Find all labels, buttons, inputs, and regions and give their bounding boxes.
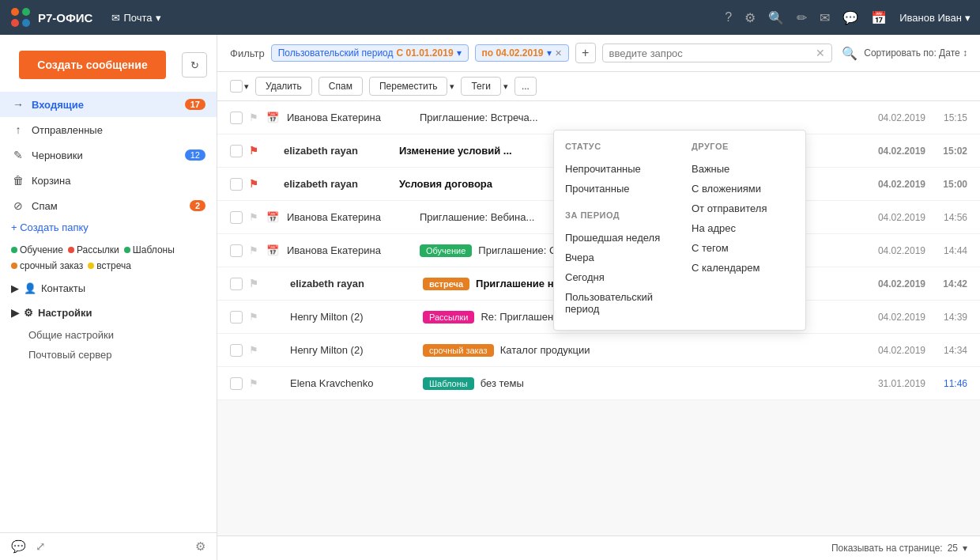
email-time: 14:34: [932, 345, 967, 356]
move-chevron-icon[interactable]: ▾: [450, 81, 454, 92]
create-folder-button[interactable]: + Создать папку: [0, 218, 217, 240]
dropdown-other-header: ДРУГОЕ: [692, 142, 794, 151]
sidebar-item-spam[interactable]: ⊘ Спам 2: [0, 193, 217, 218]
more-button[interactable]: ...: [514, 77, 537, 96]
email-checkbox[interactable]: [230, 344, 243, 357]
flag-icon[interactable]: ⚑: [249, 112, 260, 123]
tags-chevron-icon[interactable]: ▾: [503, 81, 508, 92]
check-all-chevron[interactable]: ▾: [244, 81, 249, 92]
sidebar-item-trash[interactable]: 🗑 Корзина: [0, 168, 217, 193]
create-message-button[interactable]: Создать сообщение: [19, 51, 166, 79]
email-checkbox[interactable]: [230, 211, 243, 224]
dropdown-item-yesterday[interactable]: Вчера: [565, 248, 668, 267]
sidebar-item-sent[interactable]: ↑ Отправленные: [0, 117, 217, 142]
email-date: 04.02.2019: [858, 179, 925, 190]
dropdown-item-with-tag[interactable]: С тегом: [692, 238, 794, 258]
edit-icon[interactable]: ✏: [797, 10, 807, 25]
mail-label: Почта: [123, 12, 152, 24]
calendar-icon-nav[interactable]: 📅: [871, 10, 887, 25]
spam-button[interactable]: Спам: [318, 77, 363, 96]
email-checkbox[interactable]: [230, 377, 243, 390]
tag-shablony[interactable]: Шаблоны: [124, 244, 175, 255]
email-toolbar: ▾ Удалить Спам Переместить ▾ Теги ▾ ...: [217, 72, 980, 101]
tag-badge-vstrecha: встреча: [423, 278, 469, 290]
email-checkbox[interactable]: [230, 145, 243, 157]
email-sender: Иванова Екатерина: [287, 211, 413, 223]
dropdown-item-today[interactable]: Сегодня: [565, 267, 668, 287]
filter-add-button[interactable]: +: [575, 43, 596, 63]
dropdown-item-unread[interactable]: Непрочитанные: [565, 159, 668, 179]
help-icon[interactable]: ?: [725, 10, 732, 25]
contacts-label: Контакты: [41, 282, 85, 294]
flag-icon[interactable]: ⚑: [249, 344, 260, 356]
delete-button[interactable]: Удалить: [255, 77, 312, 96]
sidebar-sub-server[interactable]: Почтовый сервер: [0, 345, 217, 365]
tag-rassylki[interactable]: Рассылки: [68, 244, 119, 255]
settings-label: Настройки: [38, 307, 92, 319]
dropdown-item-to-address[interactable]: На адрес: [692, 218, 794, 238]
filter-chip-period[interactable]: Пользовательский период С 01.01.2019 ▾: [271, 44, 469, 62]
trash-icon: 🗑: [11, 174, 25, 187]
move-button[interactable]: Переместить: [369, 77, 448, 96]
spam-icon: ⊘: [11, 199, 25, 212]
mail-nav-button[interactable]: ✉ Почта ▾: [111, 12, 160, 24]
pagination-bar: Показывать на странице: 25 ▾: [217, 535, 980, 560]
filter-search-clear[interactable]: ✕: [816, 47, 825, 59]
sidebar-item-inbox[interactable]: → Входящие 17: [0, 92, 217, 117]
email-date: 04.02.2019: [858, 146, 925, 157]
filter-search-button[interactable]: 🔍: [842, 46, 858, 61]
flag-icon[interactable]: ⚑: [249, 244, 260, 256]
email-row[interactable]: ⚑ Elena Kravchenko Шаблоны без темы 31.0…: [217, 367, 980, 400]
filter-chip-close[interactable]: ✕: [555, 48, 562, 59]
expand-sidebar-icon[interactable]: ⤢: [36, 539, 46, 554]
refresh-button[interactable]: ↻: [182, 52, 207, 78]
dropdown-item-with-calendar[interactable]: С календарем: [692, 258, 794, 278]
pagination-chevron-icon[interactable]: ▾: [963, 543, 967, 554]
filter-search-input[interactable]: [609, 47, 812, 59]
mail-icon-nav[interactable]: ✉: [820, 10, 830, 25]
spam-badge: 2: [190, 200, 205, 211]
sidebar-item-contacts[interactable]: ▶ 👤 Контакты: [0, 276, 217, 301]
flag-icon[interactable]: ⚑: [249, 145, 260, 157]
email-checkbox[interactable]: [230, 311, 243, 324]
dropdown-item-important[interactable]: Важные: [692, 159, 794, 179]
filter-dropdown-overlay: СТАТУС Непрочитанные Прочитанные ЗА ПЕРИ…: [553, 130, 806, 331]
sidebar-item-settings[interactable]: ▶ ⚙ Настройки: [0, 301, 217, 325]
tag-dot-vstrecha: [88, 263, 94, 269]
filter-chip-to[interactable]: по 04.02.2019 ▾ ✕: [475, 44, 569, 62]
email-checkbox[interactable]: [230, 112, 243, 124]
tag-srochny[interactable]: срочный заказ: [11, 260, 83, 271]
tag-label-rassylki: Рассылки: [77, 244, 119, 255]
check-all-checkbox[interactable]: [230, 80, 243, 93]
flag-icon[interactable]: ⚑: [249, 311, 260, 323]
dropdown-item-attachments[interactable]: С вложениями: [692, 179, 794, 199]
dropdown-item-read[interactable]: Прочитанные: [565, 179, 668, 199]
email-date: 04.02.2019: [858, 112, 925, 123]
tag-vstrecha[interactable]: встреча: [88, 260, 131, 271]
sidebar-sub-general[interactable]: Общие настройки: [0, 325, 217, 345]
dropdown-item-from-sender[interactable]: От отправителя: [692, 199, 794, 218]
email-checkbox[interactable]: [230, 244, 243, 257]
dropdown-item-last-week[interactable]: Прошедшая неделя: [565, 228, 668, 248]
chat-icon[interactable]: 💬: [842, 10, 858, 25]
dropdown-item-custom-period[interactable]: Пользовательский период: [565, 287, 668, 319]
email-subject: без темы: [481, 377, 852, 389]
email-checkbox[interactable]: [230, 278, 243, 290]
flag-icon[interactable]: ⚑: [249, 211, 260, 223]
flag-icon[interactable]: ⚑: [249, 377, 260, 389]
flag-icon[interactable]: ⚑: [249, 178, 260, 190]
flag-icon[interactable]: ⚑: [249, 278, 260, 289]
email-row[interactable]: ⚑ Henry Milton (2) срочный заказ Каталог…: [217, 334, 980, 367]
settings-icon[interactable]: ⚙: [744, 10, 756, 25]
email-checkbox[interactable]: [230, 178, 243, 191]
tags-button[interactable]: Теги: [461, 77, 500, 96]
pagination-label: Показывать на странице:: [831, 543, 943, 554]
email-time: 15:00: [932, 179, 967, 190]
user-menu[interactable]: Иванов Иван ▾: [899, 12, 971, 24]
search-icon[interactable]: 🔍: [768, 10, 784, 25]
email-date: 04.02.2019: [858, 212, 925, 223]
sidebar-item-drafts[interactable]: ✎ Черновики 12: [0, 142, 217, 168]
settings-bottom-icon[interactable]: ⚙: [195, 539, 205, 554]
tag-obuchenie[interactable]: Обучение: [11, 244, 63, 255]
chat-sidebar-icon[interactable]: 💬: [11, 539, 26, 554]
